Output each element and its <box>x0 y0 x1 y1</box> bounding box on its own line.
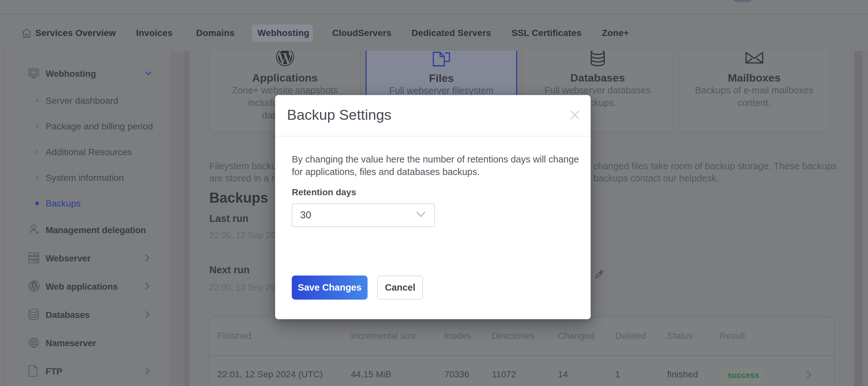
svg-text:DNS: DNS <box>30 341 37 345</box>
nav-item-services-overview[interactable]: Services Overview <box>35 16 116 51</box>
bullet-icon <box>36 125 38 128</box>
bullet-icon <box>36 99 38 102</box>
sidebar-item-management-delegation[interactable]: Management delegation <box>45 225 146 235</box>
sidebar-item-databases[interactable]: Databases <box>45 310 90 320</box>
chevron-right-icon <box>145 254 150 264</box>
next-run-label: Next run <box>209 264 250 276</box>
sidebar-scrollbar-thumb[interactable] <box>184 51 189 386</box>
home-icon[interactable] <box>21 16 32 51</box>
chevron-right-icon[interactable] <box>803 369 813 381</box>
modal-description: By changing the value here the number of… <box>292 153 590 178</box>
retention-days-select[interactable]: 30 <box>292 203 435 227</box>
col-inodes: Inodes <box>444 331 471 341</box>
bullet-icon <box>35 202 39 205</box>
next-run-value: 22:00, 13 Sep 2024 (UTC) <box>209 283 275 293</box>
sidebar-item-package-billing[interactable]: Package and billing period <box>45 121 153 132</box>
nav-item-domains[interactable]: Domains <box>196 16 235 51</box>
close-icon[interactable] <box>569 109 581 121</box>
account-pill[interactable] <box>733 0 752 2</box>
monitor-icon <box>28 68 39 80</box>
chevron-right-icon <box>145 281 150 292</box>
sidebar-item-ftp[interactable]: FTP <box>45 366 62 377</box>
card-title: Databases <box>523 72 673 84</box>
sidebar-item-server-dashboard[interactable]: Server dashboard <box>45 95 119 106</box>
mailbox-icon <box>679 52 830 64</box>
person-add-icon <box>28 224 40 237</box>
chevron-down-icon[interactable] <box>145 71 152 77</box>
pencil-icon[interactable] <box>594 268 605 281</box>
card-title: Mailboxes <box>679 72 830 84</box>
chevron-right-icon <box>145 366 150 377</box>
bullet-icon <box>36 151 38 153</box>
backups-heading: Backups <box>209 190 268 206</box>
modal-description-line: By changing the value here the number of… <box>292 153 590 166</box>
nav-item-ssl-certificates[interactable]: SSL Certificates <box>512 16 581 51</box>
status-badge-label: success <box>720 367 767 383</box>
backup-settings-modal: Backup Settings By changing the value he… <box>275 95 591 319</box>
cell-incremental-size: 44.15 MiB <box>351 369 391 380</box>
sidebar-item-backups[interactable]: Backups <box>45 198 81 209</box>
cancel-button[interactable]: Cancel <box>377 275 423 300</box>
col-deleted: Deleted <box>615 331 646 341</box>
cell-finished: 22:01, 12 Sep 2024 (UTC) <box>217 369 322 380</box>
sidebar-item-system-information[interactable]: System information <box>45 173 124 183</box>
topbar <box>0 0 868 15</box>
table-header-divider <box>209 355 834 356</box>
card-desc-line: Backups of e-mail mailboxes <box>679 84 830 97</box>
modal-divider <box>275 136 591 137</box>
sidebar-item-nameserver[interactable]: Nameserver <box>45 338 96 349</box>
col-incremental-size: Incremental size <box>351 331 416 341</box>
cell-inodes: 70336 <box>444 369 469 380</box>
modal-description-line: for applications, files and databases ba… <box>292 166 590 178</box>
nav-item-cloudservers[interactable]: CloudServers <box>332 16 391 51</box>
last-run-label: Last run <box>209 213 248 225</box>
main-nav: Services Overview Invoices Domains Webho… <box>0 16 868 51</box>
cell-directories: 11072 <box>492 369 516 380</box>
nav-item-zone-plus[interactable]: Zone+ <box>602 16 629 51</box>
card-title: Files <box>367 72 516 84</box>
files-icon <box>367 52 516 66</box>
sidebar-item-web-applications[interactable]: Web applications <box>45 281 118 292</box>
nav-item-dedicated-servers[interactable]: Dedicated Servers <box>411 16 491 51</box>
database-icon <box>523 51 673 67</box>
backup-info-line: are stored in a rem <box>209 172 275 184</box>
col-directories: Directories <box>492 331 535 341</box>
backup-info-line: changed files take room of backup storag… <box>593 160 853 172</box>
card-mailboxes[interactable]: Mailboxes Backups of e-mail mailboxes co… <box>678 51 830 132</box>
card-title: Applications <box>210 72 360 84</box>
backup-info-line: Fileystem backups <box>209 160 275 172</box>
card-desc-line: content. <box>679 97 830 109</box>
cell-changed: 14 <box>558 369 568 380</box>
backup-info-text-left: Fileystem backups are stored in a rem <box>209 160 275 186</box>
sidebar-item-webserver[interactable]: Webserver <box>45 254 91 264</box>
nav-item-webhosting[interactable]: Webhosting <box>257 16 309 51</box>
server-icon <box>28 253 39 265</box>
retention-days-label: Retention days <box>292 187 356 198</box>
sidebar-item-webhosting[interactable]: Webhosting <box>45 69 96 79</box>
bullet-icon <box>36 176 38 179</box>
content-scrollbar-thumb[interactable] <box>854 51 863 386</box>
cell-status: finished <box>667 369 698 380</box>
status-badge: success <box>720 367 767 383</box>
file-icon <box>28 365 38 378</box>
nav-item-invoices[interactable]: Invoices <box>136 16 173 51</box>
last-run-value: 22:00, 12 Sep 2024 (UTC) <box>209 231 275 240</box>
database-icon <box>28 308 39 322</box>
col-status: Status <box>667 331 692 341</box>
card-description: Backups of e-mail mailboxes content. <box>679 84 830 109</box>
col-changed: Changed <box>558 331 594 341</box>
col-result: Result <box>720 331 745 341</box>
save-button[interactable]: Save Changes <box>292 275 368 300</box>
sidebar-left-border <box>3 51 4 386</box>
select-value: 30 <box>300 209 311 221</box>
chevron-down-icon <box>414 210 427 220</box>
cell-deleted: 1 <box>615 369 620 380</box>
backup-info-text-right: changed files take room of backup storag… <box>593 160 853 184</box>
dns-icon: DNS <box>28 337 39 349</box>
col-finished: Finished <box>217 331 251 341</box>
wordpress-icon <box>210 51 360 66</box>
chevron-right-icon <box>145 310 150 320</box>
sidebar-item-additional-resources[interactable]: Additional Resources <box>45 147 132 157</box>
modal-title: Backup Settings <box>287 107 391 123</box>
wordpress-icon <box>28 280 40 293</box>
